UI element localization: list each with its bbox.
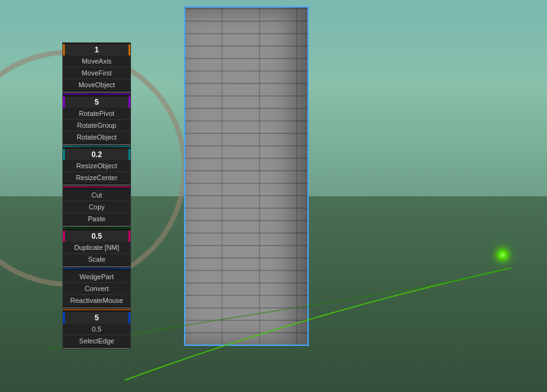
toolbar-panel: 1 MoveAxis MoveFirst MoveObject 5 Rotate… xyxy=(62,42,131,350)
resize-section: 0.2 ResizeObject ResizeCenter xyxy=(63,148,130,186)
resize-object-button[interactable]: ResizeObject xyxy=(63,160,130,172)
resize-value: 0.2 xyxy=(63,149,130,160)
rotate-group-button[interactable]: RotateGroup xyxy=(63,120,130,131)
select-sub-value-button[interactable]: 0.5 xyxy=(63,323,130,335)
rotate-section: 5 RotatePivot RotateGroup RotateObject xyxy=(63,95,130,145)
select-edge-button[interactable]: SelectEdge xyxy=(63,335,130,347)
green-light xyxy=(497,249,508,261)
select-divider xyxy=(63,309,130,310)
scale-button[interactable]: Scale xyxy=(63,254,130,265)
resize-divider xyxy=(63,146,130,147)
duplicate-section: 0.5 Duplicate [NM] Scale xyxy=(63,229,130,267)
convert-section: WedgePart Convert ReactivateMouse xyxy=(63,270,130,308)
rotate-object-button[interactable]: RotateObject xyxy=(63,131,130,143)
duplicate-divider xyxy=(63,227,130,229)
convert-divider xyxy=(63,268,130,269)
select-value: 5 xyxy=(63,312,130,323)
clipboard-section: Cut Copy Paste xyxy=(63,188,130,227)
move-first-button[interactable]: MoveFirst xyxy=(63,67,130,79)
move-section: 1 MoveAxis MoveFirst MoveObject xyxy=(63,43,130,93)
resize-center-button[interactable]: ResizeCenter xyxy=(63,172,130,183)
duplicate-nm-button[interactable]: Duplicate [NM] xyxy=(63,242,130,254)
wedge-part-button[interactable]: WedgePart xyxy=(63,271,130,283)
select-section: 5 0.5 SelectEdge xyxy=(63,311,130,349)
convert-button[interactable]: Convert xyxy=(63,283,130,295)
rotate-divider xyxy=(63,93,130,95)
cut-button[interactable]: Cut xyxy=(63,189,130,201)
copy-button[interactable]: Copy xyxy=(63,201,130,213)
move-object-button[interactable]: MoveObject xyxy=(63,79,130,90)
clipboard-divider xyxy=(63,186,130,188)
move-axis-button[interactable]: MoveAxis xyxy=(63,55,130,67)
rotate-value: 5 xyxy=(63,97,130,108)
center-pillar xyxy=(184,6,309,346)
reactivate-mouse-button[interactable]: ReactivateMouse xyxy=(63,295,130,306)
rotate-pivot-button[interactable]: RotatePivot xyxy=(63,108,130,120)
move-value: 1 xyxy=(63,44,130,55)
duplicate-value: 0.5 xyxy=(63,231,130,242)
paste-button[interactable]: Paste xyxy=(63,213,130,224)
